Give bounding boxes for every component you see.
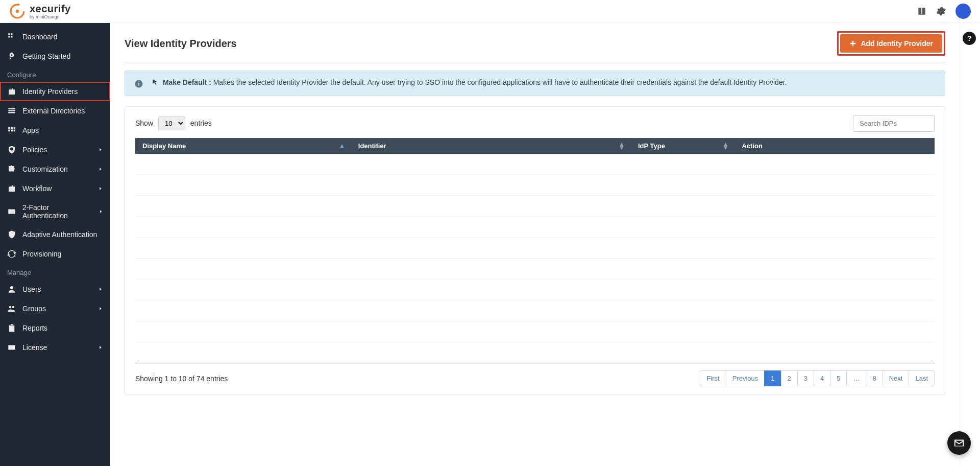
- idp-table-card: Show 10 entries Display Name ▲: [125, 106, 945, 395]
- group-icon: [7, 304, 16, 313]
- add-identity-provider-button[interactable]: Add Identity Provider: [840, 34, 942, 53]
- add-idp-label: Add Identity Provider: [861, 39, 933, 48]
- sidebar-item-external-directories[interactable]: External Directories: [0, 101, 110, 121]
- help-button[interactable]: ?: [963, 32, 976, 45]
- brand-name: xecurify: [30, 4, 71, 14]
- table-row[interactable]: ████████████████████████████████: [135, 238, 935, 259]
- col-idp-type[interactable]: IdP Type ▲▼: [631, 138, 735, 154]
- table-row[interactable]: ████████████████████████████████: [135, 196, 935, 217]
- table-row[interactable]: ████████████████████████████████: [135, 321, 935, 342]
- briefcase-icon: [7, 87, 16, 96]
- clipboard-icon: [7, 323, 16, 333]
- page-1[interactable]: 1: [764, 370, 781, 386]
- sidebar-item-label: Apps: [22, 126, 39, 134]
- banner-text: Make Default : Makes the selected Identi…: [152, 78, 787, 86]
- sidebar-item-provisioning[interactable]: Provisioning: [0, 244, 110, 264]
- sidebar-item-2-factor-authentication[interactable]: 2-Factor Authentication: [0, 198, 110, 225]
- sort-icon: ▲▼: [723, 142, 729, 149]
- page-5[interactable]: 5: [830, 370, 847, 386]
- sidebar-item-label: Customization: [22, 165, 68, 173]
- page-2[interactable]: 2: [781, 370, 798, 386]
- table-row[interactable]: ████████████████████████████████: [135, 175, 935, 196]
- sidebar-item-label: Users: [22, 285, 41, 293]
- puzzle-icon: [7, 165, 16, 174]
- sidebar-item-adaptive-authentication[interactable]: Adaptive Authentication: [0, 225, 110, 244]
- sidebar-item-label: External Directories: [22, 107, 85, 115]
- page-…[interactable]: …: [846, 370, 866, 386]
- idp-table: Display Name ▲ Identifier ▲▼ IdP Type ▲▼…: [135, 138, 935, 363]
- pagination: FirstPrevious12345…8NextLast: [700, 370, 935, 386]
- page-3[interactable]: 3: [797, 370, 814, 386]
- guide-icon[interactable]: [917, 6, 927, 16]
- col-action: Action: [734, 138, 935, 154]
- sidebar-item-label: License: [22, 343, 47, 352]
- sidebar-item-label: Provisioning: [22, 250, 61, 258]
- rocket-icon: [7, 52, 16, 61]
- info-banner: Make Default : Makes the selected Identi…: [125, 71, 945, 96]
- sidebar-item-workflow[interactable]: Workflow: [0, 179, 110, 198]
- table-row[interactable]: ████████████████████████████████: [135, 279, 935, 300]
- info-icon: [134, 79, 143, 88]
- chevron-right-icon: [98, 306, 103, 311]
- table-row[interactable]: ████████████████████████████████: [135, 217, 935, 238]
- page-previous[interactable]: Previous: [726, 370, 765, 386]
- table-row[interactable]: ████████████████████████████████: [135, 342, 935, 363]
- col-display-name[interactable]: Display Name ▲: [135, 138, 351, 154]
- sidebar-item-license[interactable]: License: [0, 338, 110, 357]
- page-first[interactable]: First: [700, 370, 726, 386]
- sidebar-item-apps[interactable]: Apps: [0, 121, 110, 140]
- sidebar-item-users[interactable]: Users: [0, 279, 110, 299]
- list-icon: [7, 106, 16, 115]
- topbar: xecurify by miniOrange: [0, 0, 980, 23]
- table-row[interactable]: ████████████████████████████████: [135, 154, 935, 175]
- sidebar-item-label: Dashboard: [22, 33, 58, 41]
- page-size-select[interactable]: 10: [158, 116, 185, 130]
- avatar[interactable]: [955, 4, 971, 19]
- col-identifier[interactable]: Identifier ▲▼: [351, 138, 631, 154]
- sidebar-item-label: Groups: [22, 305, 46, 313]
- sort-icon: ▲▼: [619, 142, 625, 149]
- sidebar-item-customization[interactable]: Customization: [0, 159, 110, 179]
- gear-icon[interactable]: [936, 6, 946, 16]
- chevron-right-icon: [98, 147, 103, 152]
- page-title: View Identity Providers: [125, 38, 237, 50]
- sidebar-item-dashboard[interactable]: Dashboard: [0, 27, 110, 46]
- shield-icon: [7, 145, 16, 154]
- sidebar-item-label: Adaptive Authentication: [22, 230, 97, 239]
- brand-logo[interactable]: xecurify by miniOrange: [9, 3, 71, 19]
- sidebar-item-groups[interactable]: Groups: [0, 299, 110, 318]
- table-summary: Showing 1 to 10 of 74 entries: [135, 375, 228, 383]
- page-4[interactable]: 4: [814, 370, 830, 386]
- mail-icon: [953, 437, 965, 449]
- sidebar-item-label: 2-Factor Authentication: [22, 203, 92, 220]
- sidebar-item-identity-providers[interactable]: Identity Providers: [0, 82, 110, 101]
- show-label-post: entries: [190, 119, 212, 127]
- chevron-right-icon: [98, 287, 103, 292]
- sidebar-item-policies[interactable]: Policies: [0, 140, 110, 159]
- add-idp-highlight: Add Identity Provider: [837, 31, 945, 56]
- briefcase-icon: [7, 184, 16, 193]
- entries-control: Show 10 entries: [135, 116, 212, 130]
- sidebar-item-label: Policies: [22, 146, 47, 154]
- page-8[interactable]: 8: [866, 370, 883, 386]
- chevron-right-icon: [98, 167, 103, 172]
- shield2-icon: [7, 230, 16, 239]
- page-last[interactable]: Last: [909, 370, 935, 386]
- sidebar-item-getting-started[interactable]: Getting Started: [0, 46, 110, 66]
- page-next[interactable]: Next: [883, 370, 910, 386]
- svg-rect-4: [138, 82, 139, 83]
- chevron-right-icon: [99, 209, 103, 214]
- table-row[interactable]: ████████████████████████████████: [135, 259, 935, 279]
- banner-body: Makes the selected Identity Provider the…: [213, 78, 787, 86]
- brand-byline: by miniOrange: [30, 15, 71, 19]
- svg-point-1: [16, 10, 19, 13]
- sidebar-item-label: Getting Started: [22, 52, 70, 60]
- search-input[interactable]: [853, 115, 935, 132]
- chat-button[interactable]: [947, 431, 971, 455]
- apps-icon: [7, 126, 16, 135]
- sidebar-item-label: Workflow: [22, 184, 52, 193]
- table-row[interactable]: ████████████████████████████████: [135, 300, 935, 321]
- plus-icon: [849, 40, 856, 47]
- sidebar-item-reports[interactable]: Reports: [0, 318, 110, 338]
- logo-mark-icon: [9, 3, 26, 19]
